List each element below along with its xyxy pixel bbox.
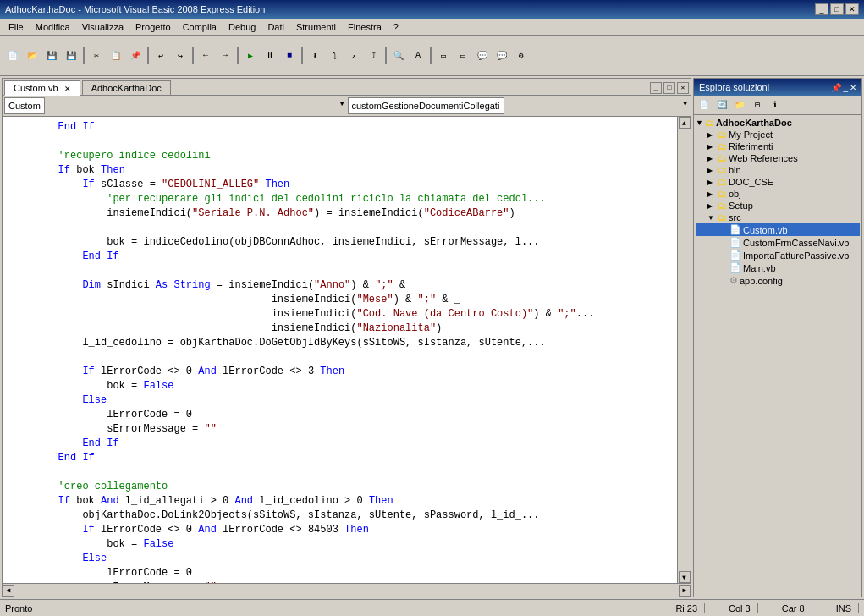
save-btn[interactable]: 💾 <box>42 47 61 65</box>
scroll-left-btn[interactable]: ◀ <box>3 585 14 597</box>
code-line: 'per recuperare gli indici del cedolini … <box>9 192 670 206</box>
pause-btn[interactable]: ⏸ <box>261 47 279 65</box>
editor-area: Custom.vb ✕ AdhocKarthaDoc _ □ ✕ Custom … <box>2 78 691 597</box>
nav-fwd-btn[interactable]: → <box>216 47 234 65</box>
se-btn3[interactable]: 📁 <box>731 97 748 113</box>
tree-item-setup[interactable]: ▶🗂Setup <box>696 200 860 212</box>
scroll-down-btn[interactable]: ▼ <box>679 571 691 583</box>
debug1-btn[interactable]: ⬇ <box>305 47 324 65</box>
tab-custom-vb[interactable]: Custom.vb ✕ <box>4 80 80 96</box>
tree-item-my-project[interactable]: ▶🗂My Project <box>696 129 860 140</box>
code-line: End If <box>9 451 670 465</box>
save-all-btn[interactable]: 💾 <box>62 47 80 65</box>
method-dropdown-wrapper: customGestioneDocumentiCollegati ▼ <box>348 97 690 114</box>
win3-btn[interactable]: 💬 <box>473 47 492 65</box>
tree-item-riferimenti[interactable]: ▶🗂Riferimenti <box>696 140 860 152</box>
tree-item-custom.vb[interactable]: 📄Custom.vb <box>696 223 860 236</box>
minimize-button[interactable]: _ <box>815 3 828 15</box>
win1-btn[interactable]: ▭ <box>434 47 453 65</box>
code-editor[interactable]: End If 'recupero indice cedolini If bok … <box>3 117 677 583</box>
tree-item-web-references[interactable]: ▶🗂Web References <box>696 152 860 164</box>
sep2 <box>147 47 149 64</box>
method-dropdown[interactable]: customGestioneDocumentiCollegati <box>348 97 504 114</box>
horizontal-scrollbar[interactable]: ◀ ▶ <box>3 583 691 597</box>
open-btn[interactable]: 📂 <box>23 47 41 65</box>
code-line: bok = False <box>9 379 670 393</box>
sep5 <box>301 47 303 64</box>
window-controls[interactable]: _ □ ✕ <box>815 3 859 15</box>
editor-close[interactable]: ✕ <box>677 82 689 94</box>
code-line <box>9 264 670 278</box>
code-line: If lErrorCode <> 0 And lErrorCode <> 845… <box>9 523 670 537</box>
copy-btn[interactable]: 📋 <box>107 47 125 65</box>
code-container: End If 'recupero indice cedolini If bok … <box>3 117 691 583</box>
solution-explorer: Esplora soluzioni 📌 _ ✕ 📄 🔄 📁 ⊞ ℹ ▼🗂Adho… <box>693 78 862 597</box>
editor-minimize[interactable]: _ <box>650 82 662 94</box>
debug4-btn[interactable]: ⤴ <box>364 47 382 65</box>
menu-finestra[interactable]: Finestra <box>343 21 387 33</box>
code-line: End If <box>9 437 670 451</box>
menu-dati[interactable]: Dati <box>262 21 289 33</box>
tab-adhoc[interactable]: AdhocKarthaDoc <box>82 80 171 95</box>
editor-maximize[interactable]: □ <box>663 82 675 94</box>
menu-strumenti[interactable]: Strumenti <box>291 21 341 33</box>
code-line <box>9 350 670 365</box>
tab-close-custom[interactable]: ✕ <box>64 85 71 93</box>
tree-item-obj[interactable]: ▶🗂obj <box>696 188 860 200</box>
tree-root[interactable]: ▼🗂AdhocKarthaDoc <box>696 117 860 129</box>
maximize-button[interactable]: □ <box>830 3 844 15</box>
tree-item-app.config[interactable]: ⚙app.config <box>696 274 860 287</box>
paste-btn[interactable]: 📌 <box>126 47 145 65</box>
code-line: End If <box>9 250 670 264</box>
tree-item-src[interactable]: ▼🗂src <box>696 212 860 223</box>
cut-btn[interactable]: ✂ <box>87 47 106 65</box>
status-bar: Pronto Ri 23 Col 3 Car 8 INS <box>0 599 864 616</box>
editor-window-controls[interactable]: _ □ ✕ <box>650 82 689 94</box>
se-btn4[interactable]: ⊞ <box>749 97 766 113</box>
debug3-btn[interactable]: ↗ <box>344 47 363 65</box>
class-dropdown[interactable]: Custom <box>4 97 45 114</box>
code-line: lErrorCode = 0 <box>9 566 670 580</box>
code-line: Else <box>9 552 670 566</box>
vertical-scrollbar[interactable]: ▲ ▼ <box>677 117 691 583</box>
code-line: End If <box>9 120 670 135</box>
tree-item-importafatturepassive.vb[interactable]: 📄ImportaFatturePassive.vb <box>696 249 860 261</box>
se-btn2[interactable]: 🔄 <box>713 97 730 113</box>
close-button[interactable]: ✕ <box>845 3 859 15</box>
start-btn[interactable]: ▶ <box>241 47 260 65</box>
win5-btn[interactable]: ⚙ <box>512 47 531 65</box>
tree-item-bin[interactable]: ▶🗂bin <box>696 164 860 176</box>
win2-btn[interactable]: ▭ <box>454 47 472 65</box>
win4-btn[interactable]: 💬 <box>493 47 511 65</box>
debug2-btn[interactable]: ⤵ <box>325 47 344 65</box>
se-btn5[interactable]: ℹ <box>767 97 784 113</box>
extra2-btn[interactable]: A <box>409 47 427 65</box>
nav-back-btn[interactable]: ← <box>196 47 215 65</box>
scroll-up-btn[interactable]: ▲ <box>679 117 691 129</box>
menu-help[interactable]: ? <box>388 21 404 33</box>
menu-file[interactable]: File <box>3 21 29 33</box>
code-line: bok = False <box>9 537 670 552</box>
tree-item-main.vb[interactable]: 📄Main.vb <box>696 261 860 274</box>
code-line: 'creo collegamento <box>9 480 670 494</box>
redo-btn[interactable]: ↪ <box>171 47 190 65</box>
tree-item-customfrmcassenavi.vb[interactable]: 📄CustomFrmCasseNavi.vb <box>696 236 860 249</box>
stop-btn[interactable]: ■ <box>280 47 299 65</box>
menu-visualizza[interactable]: Visualizza <box>77 21 129 33</box>
extra1-btn[interactable]: 🔍 <box>389 47 408 65</box>
se-minimize-btn[interactable]: _ <box>843 83 848 92</box>
tree-item-doc_cse[interactable]: ▶🗂DOC_CSE <box>696 176 860 188</box>
undo-btn[interactable]: ↩ <box>151 47 170 65</box>
se-btn1[interactable]: 📄 <box>696 97 713 113</box>
se-close-btn[interactable]: ✕ <box>850 83 856 92</box>
menu-debug[interactable]: Debug <box>223 21 261 33</box>
scroll-right-btn[interactable]: ▶ <box>679 585 691 597</box>
menu-compila[interactable]: Compila <box>178 21 222 33</box>
se-header-controls[interactable]: 📌 _ ✕ <box>831 83 856 92</box>
menu-modifica[interactable]: Modifica <box>30 21 75 33</box>
new-project-btn[interactable]: 📄 <box>3 47 22 65</box>
code-line: If sClasse = "CEDOLINI_ALLEG" Then <box>9 178 670 192</box>
sep4 <box>237 47 239 64</box>
se-pin-btn[interactable]: 📌 <box>831 83 841 92</box>
menu-progetto[interactable]: Progetto <box>130 21 176 33</box>
